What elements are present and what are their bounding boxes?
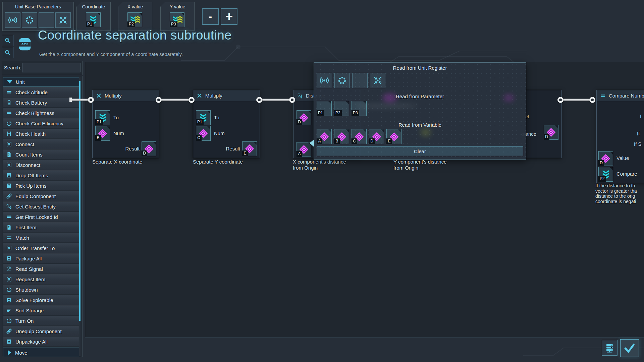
sidebar-item-check-altitude[interactable]: Check Altitude	[3, 87, 79, 97]
zoom-in-button[interactable]	[2, 35, 13, 46]
instruction-icon	[6, 162, 12, 168]
sidebar-category-move[interactable]: Move	[3, 348, 80, 357]
node-header[interactable]: Multiply	[193, 90, 260, 101]
add-parameter-button[interactable]: +	[221, 8, 237, 25]
glow-decoration	[504, 94, 514, 102]
confirm-button[interactable]	[620, 339, 639, 357]
multiply-icon	[96, 93, 102, 99]
sidebar-item-request-item[interactable]: Request Item	[3, 274, 79, 284]
register-slot-signal[interactable]	[5, 12, 20, 28]
wire-distance-y-to-compare	[560, 99, 594, 101]
input-connector[interactable]	[289, 97, 295, 103]
variable-tile-d[interactable]: D	[369, 129, 384, 144]
sidebar-item-unequip-component[interactable]: Unequip Component	[3, 326, 79, 336]
sidebar-item-solve-explorable[interactable]: Solve Explorable	[3, 295, 79, 305]
tab-x-value-parameter[interactable]: X value P2	[118, 2, 152, 31]
slot-num[interactable]: C	[196, 126, 211, 141]
sidebar-category-unit[interactable]: Unit	[3, 77, 80, 86]
variable-tile-c[interactable]: C	[352, 129, 367, 144]
register-slot-gather[interactable]	[370, 73, 385, 88]
instruction-icon	[6, 130, 12, 137]
input-connector[interactable]	[189, 97, 195, 103]
register-slot-rotor[interactable]	[22, 12, 37, 28]
node-compare-number[interactable]: Compare Number D Value P2 Compare	[596, 90, 644, 183]
slot-value[interactable]: D	[598, 151, 613, 166]
sidebar-item-first-item[interactable]: First Item	[3, 222, 79, 232]
sidebar-item-get-closest-entity[interactable]: Get Closest Entity	[3, 201, 79, 211]
parameter-tile-p1[interactable]: P1	[317, 101, 332, 116]
sidebar-item-shutdown[interactable]: Shutdown	[3, 285, 79, 294]
register-slot-gather[interactable]	[55, 12, 71, 28]
sidebar-item-get-first-locked-id[interactable]: Get First Locked Id	[3, 212, 79, 222]
sidebar-item-package-all[interactable]: Package All	[3, 253, 79, 263]
slot-target[interactable]: D	[297, 110, 311, 125]
slot-result[interactable]: D	[142, 141, 156, 156]
input-connector[interactable]	[589, 97, 595, 103]
magnifier-plus-icon	[4, 37, 11, 44]
popup-section-title: Read from Parameter	[314, 94, 526, 99]
output-connector[interactable]	[557, 97, 564, 103]
page-title: Coordinate separation subroutine	[38, 28, 232, 43]
node-header[interactable]: Compare Number	[597, 90, 644, 101]
variable-list-button[interactable]	[602, 340, 618, 356]
zoom-out-button[interactable]	[2, 47, 13, 58]
server-stack-icon	[604, 343, 615, 353]
parameter-chip: P2	[127, 21, 135, 27]
sidebar-item-unpackage-all[interactable]: Unpackage All	[3, 337, 79, 346]
sidebar-item-check-grid-efficiency[interactable]: Check Grid Efficiency	[3, 118, 79, 128]
output-connector[interactable]	[156, 97, 162, 103]
instruction-icon	[6, 276, 12, 283]
slot-compare[interactable]: P2	[598, 167, 613, 182]
sidebar-item-match[interactable]: Match	[3, 233, 79, 242]
tab-coordinate-parameter[interactable]: Coordinate P1	[76, 2, 111, 31]
node-header[interactable]: Multiply	[93, 90, 159, 101]
parameter-tile-p3[interactable]: P3	[352, 101, 367, 116]
sidebar-item-drop-off-items[interactable]: Drop Off Items	[3, 170, 79, 180]
sidebar-item-check-battery[interactable]: Check Battery	[3, 98, 79, 107]
sidebar-item-order-transfer-to[interactable]: Order Transfer To	[3, 243, 79, 253]
parameter-tile-p2[interactable]: P2	[334, 101, 349, 116]
remove-parameter-button[interactable]: -	[202, 8, 219, 25]
sidebar-item-sort-storage[interactable]: Sort Storage	[3, 305, 79, 315]
clear-button[interactable]: Clear	[317, 146, 523, 156]
sidebar-item-turn-on[interactable]: Turn On	[3, 316, 79, 325]
clipped-branch-label: I	[640, 113, 641, 119]
node-multiply-x[interactable]: Multiply P1 To B Num Result D	[92, 90, 159, 158]
sidebar-item-read-signal[interactable]: Read Signal	[3, 264, 79, 274]
compare-icon	[600, 93, 606, 99]
tab-y-value-parameter[interactable]: Y value P3	[160, 2, 195, 31]
slot-distance-output[interactable]: A	[297, 142, 311, 157]
sidebar-item-check-blightness[interactable]: Check Blightness	[3, 108, 79, 118]
instruction-icon	[6, 214, 12, 220]
sidebar-item-check-health[interactable]: Check Health	[3, 129, 79, 138]
variable-tile-b[interactable]: B	[334, 129, 349, 144]
slot-to[interactable]: P1	[95, 110, 110, 125]
slot-to[interactable]: P1	[196, 110, 211, 125]
instruction-list: Unit Check Altitude Check Battery Check …	[2, 76, 83, 357]
unit-register-row	[5, 12, 71, 28]
parameter-slot-coordinate[interactable]: P1	[86, 12, 101, 27]
search-input[interactable]	[22, 63, 80, 72]
variable-tile-e[interactable]: E	[386, 129, 401, 144]
input-connector[interactable]	[88, 97, 94, 103]
register-slot-link[interactable]	[352, 73, 368, 88]
wire-end-cap	[69, 98, 72, 102]
sidebar-item-connect[interactable]: Connect	[3, 139, 79, 149]
sidebar-item-pick-up-items[interactable]: Pick Up Items	[3, 181, 79, 190]
register-slot-signal[interactable]	[317, 73, 332, 88]
node-multiply-y[interactable]: Multiply P1 To C Num Result E	[193, 90, 260, 158]
output-connector[interactable]	[256, 97, 262, 103]
slot-distance-output[interactable]: D	[544, 125, 558, 140]
register-slot-rotor[interactable]	[334, 73, 350, 88]
register-slot-link[interactable]	[39, 12, 54, 28]
parameter-slot-y-value[interactable]: P3	[170, 12, 184, 27]
sidebar-scrollbar-thumb[interactable]	[79, 81, 80, 321]
category-label: Unit	[16, 79, 25, 85]
parameter-slot-x-value[interactable]: P2	[127, 12, 142, 27]
sidebar-item-equip-component[interactable]: Equip Component	[3, 191, 79, 201]
slot-num[interactable]: B	[95, 126, 110, 141]
sidebar-item-disconnect[interactable]: Disconnect	[3, 160, 79, 170]
sidebar-item-count-items[interactable]: Count Items	[3, 149, 79, 159]
variable-tile-a[interactable]: A	[317, 129, 332, 144]
slot-result[interactable]: E	[242, 141, 257, 156]
